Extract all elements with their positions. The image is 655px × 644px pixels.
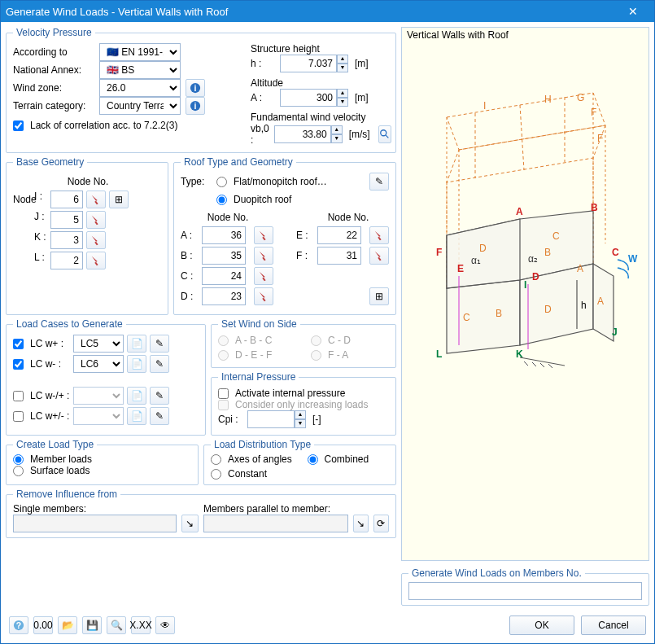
svg-text:A: A — [516, 206, 523, 217]
lc-label: LC w-/+ : — [30, 390, 69, 401]
roof-edit-icon[interactable]: ✎ — [369, 173, 389, 191]
magnify-icon[interactable] — [378, 125, 391, 143]
pick-node-icon[interactable] — [369, 226, 389, 244]
node-label: Node — [13, 194, 31, 205]
gen-legend: Generate Wind Loads on Members No. — [408, 567, 585, 579]
a-input[interactable] — [280, 89, 337, 107]
v-input[interactable] — [274, 125, 331, 143]
svg-marker-23 — [447, 280, 520, 353]
text-icon[interactable]: X.XX — [131, 616, 151, 634]
single-members-input[interactable] — [13, 515, 177, 532]
spin-down-icon[interactable]: ▼ — [331, 134, 343, 143]
info-icon[interactable]: i — [186, 97, 205, 115]
pick-node-icon[interactable] — [369, 247, 389, 265]
roof-input-C[interactable] — [202, 267, 246, 285]
roof-sym: E : — [296, 230, 314, 241]
pick-node-icon[interactable] — [254, 247, 273, 265]
pick-node-icon[interactable] — [254, 287, 273, 305]
pick-node-icon[interactable] — [254, 226, 273, 244]
pick-node-icon[interactable] — [86, 211, 106, 229]
lc-new-icon[interactable]: 📄 — [127, 355, 146, 373]
spin-up-icon[interactable]: ▲ — [337, 55, 348, 64]
view-icon[interactable]: 👁 — [155, 616, 175, 634]
combined-radio[interactable] — [308, 454, 318, 465]
svg-text:B: B — [591, 202, 598, 213]
lc-check[interactable] — [13, 359, 24, 370]
spin-down-icon: ▼ — [295, 419, 306, 428]
svg-line-52 — [532, 362, 536, 366]
duopitch-radio[interactable] — [216, 195, 227, 205]
spin-down-icon[interactable]: ▼ — [337, 64, 348, 72]
lc-check[interactable] — [13, 411, 24, 422]
close-icon[interactable]: ✕ — [617, 5, 649, 18]
svg-line-51 — [524, 361, 528, 366]
constant-radio[interactable] — [211, 469, 221, 480]
lc-select — [73, 407, 124, 425]
roof-input-E[interactable] — [317, 226, 361, 244]
ok-button[interactable]: OK — [509, 616, 574, 635]
axes-angles-radio[interactable] — [211, 454, 221, 465]
open-icon[interactable]: 📂 — [58, 616, 77, 634]
pick-icon[interactable]: ↘ — [181, 515, 199, 532]
svg-text:W: W — [628, 253, 638, 265]
save-icon[interactable]: 💾 — [82, 616, 102, 634]
pick-node-icon[interactable] — [86, 252, 106, 269]
side-cd-radio — [311, 335, 321, 346]
calc-icon[interactable]: 0.00 — [33, 616, 53, 634]
pick-icon[interactable]: ↘ — [353, 515, 369, 532]
gen-members-input[interactable] — [408, 582, 642, 600]
single-members-label: Single members: — [13, 503, 199, 515]
axes-angles-label: Axes of angles — [228, 453, 292, 465]
zoom-icon[interactable]: 🔍 — [107, 616, 126, 634]
activate-internal-label: Activate internal pressure — [235, 388, 345, 399]
member-loads-radio[interactable] — [13, 454, 24, 465]
terrain-select[interactable]: Country Terrain — [99, 97, 181, 115]
surface-loads-label: Surface loads — [30, 465, 90, 476]
help-icon[interactable]: ? — [9, 616, 28, 634]
a-unit: [m] — [355, 92, 369, 103]
roof-input-B[interactable] — [202, 247, 246, 265]
h-input[interactable] — [280, 55, 337, 72]
lc-edit-icon[interactable]: ✎ — [150, 355, 169, 373]
lc-select[interactable]: LC5 — [73, 335, 124, 353]
roof-input-A[interactable] — [202, 226, 246, 244]
lc-check[interactable] — [13, 339, 24, 349]
h-label: Structure height — [251, 43, 389, 55]
pick-node-icon[interactable] — [86, 231, 106, 249]
info-icon[interactable]: i — [186, 79, 205, 97]
according-select[interactable]: 🇪🇺 EN 1991-1-4 — [99, 43, 181, 61]
roof-sym: B : — [181, 250, 199, 261]
spin-down-icon[interactable]: ▼ — [337, 98, 348, 107]
roof-input-F[interactable] — [317, 247, 361, 265]
spin-up-icon[interactable]: ▲ — [331, 125, 343, 134]
spin-up-icon[interactable]: ▲ — [337, 89, 348, 98]
lack-correlation-check[interactable] — [13, 120, 24, 131]
annex-select[interactable]: 🇬🇧 BS — [99, 61, 181, 79]
flat-roof-radio[interactable] — [216, 177, 227, 187]
lc-check[interactable] — [13, 391, 24, 401]
pick-node-icon[interactable] — [86, 191, 106, 208]
activate-internal-check[interactable] — [218, 388, 229, 399]
load-cases-group: Load Cases to Generate LC w+ : LC5 📄 ✎ L… — [6, 318, 206, 436]
roof-input-D[interactable] — [202, 287, 246, 305]
node-input-K[interactable] — [50, 231, 83, 249]
lc-select[interactable]: LC6 — [73, 355, 124, 373]
node-input-J[interactable] — [50, 211, 83, 229]
zone-select[interactable]: 26.0 — [99, 79, 181, 97]
cancel-button[interactable]: Cancel — [581, 616, 646, 635]
surface-loads-radio[interactable] — [13, 466, 24, 476]
parallel-members-input[interactable] — [203, 515, 348, 532]
lc-new-icon[interactable]: 📄 — [127, 335, 146, 353]
lc-edit-icon: ✎ — [150, 387, 169, 405]
pick-node-icon[interactable] — [254, 267, 273, 285]
pick-multi-icon[interactable]: ⊞ — [369, 287, 389, 305]
node-input-I[interactable] — [50, 191, 83, 208]
repeat-icon[interactable]: ⟳ — [373, 515, 389, 532]
svg-text:α₂: α₂ — [528, 253, 538, 265]
velocity-pressure-group: Velocity Pressure According to 🇪🇺 EN 199… — [6, 27, 396, 153]
wind-side-legend: Set Wind on Side — [218, 318, 300, 330]
create-load-type-group: Create Load Type Member loads Surface lo… — [6, 439, 199, 485]
pick-multi-icon[interactable]: ⊞ — [109, 191, 129, 208]
lc-edit-icon[interactable]: ✎ — [150, 335, 169, 353]
node-input-L[interactable] — [50, 252, 83, 269]
